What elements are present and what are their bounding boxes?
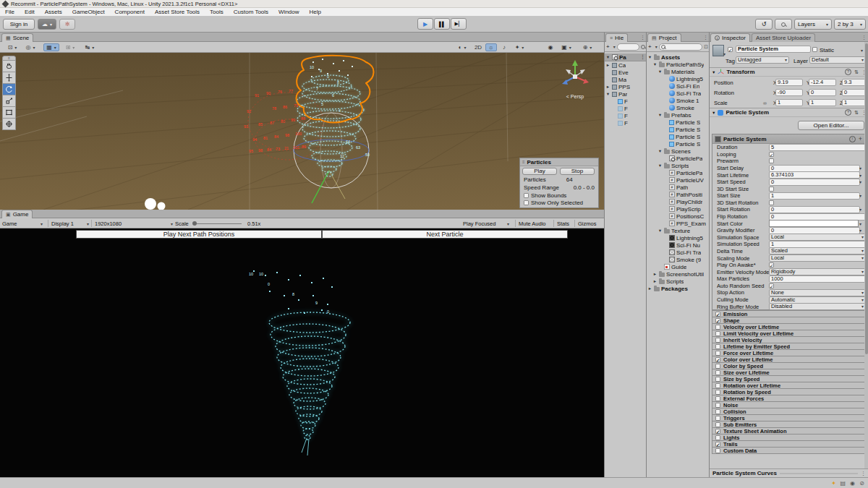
project-row[interactable]: Guide: [647, 263, 709, 270]
menu-gameobject[interactable]: GameObject: [67, 9, 110, 15]
expand-arrow[interactable]: ▼: [605, 92, 610, 96]
3d-start-rotation-checkbox[interactable]: [769, 200, 774, 205]
project-row[interactable]: Particle S: [647, 126, 709, 133]
scale-tool-button[interactable]: [2, 95, 16, 107]
module-checkbox[interactable]: [715, 409, 720, 414]
layers-dropdown[interactable]: Layers▾: [794, 19, 832, 30]
expand-arrow[interactable]: ►: [647, 286, 652, 291]
project-row[interactable]: ParticleUV: [647, 176, 709, 184]
3d-start-size-checkbox[interactable]: [769, 187, 774, 192]
project-create-button[interactable]: +: [648, 43, 652, 50]
show-only-selected-checkbox[interactable]: [524, 200, 529, 205]
simulation-space-dropdown[interactable]: Local▾: [769, 234, 866, 241]
max-particles-field[interactable]: 1000: [769, 275, 866, 283]
gameobject-name-field[interactable]: Particle System: [736, 46, 811, 53]
emitter-velocity-mode-dropdown[interactable]: Rigidbody▾: [769, 268, 866, 275]
module-custom-data[interactable]: Custom Data: [712, 447, 865, 454]
hierarchy-row[interactable]: ►PPS: [605, 83, 646, 90]
open-editor-button[interactable]: Open Editor...: [798, 121, 864, 130]
collab-button[interactable]: ✻: [59, 19, 75, 30]
pause-button[interactable]: ▌▌: [434, 18, 450, 30]
sign-in-button[interactable]: Sign in: [3, 19, 35, 30]
particle-system-header[interactable]: ▼ Particle System ?⇅⋮: [710, 108, 868, 117]
project-row[interactable]: PPS_Exam: [647, 220, 709, 227]
presets-icon[interactable]: ⇅: [854, 69, 859, 75]
module-checkbox[interactable]: [715, 390, 720, 395]
step-button[interactable]: ▶▏: [451, 18, 467, 30]
project-row[interactable]: Sci-Fi En: [647, 82, 709, 90]
tab-hierarchy[interactable]: ≡ Hie: [605, 33, 628, 42]
layer-dropdown[interactable]: Default▾: [809, 56, 866, 64]
position-x-field[interactable]: 9.19: [775, 79, 803, 86]
module-checkbox[interactable]: [715, 435, 720, 440]
scene-audio-toggle[interactable]: ♪: [498, 43, 510, 51]
expand-arrow[interactable]: ▼: [658, 163, 663, 168]
project-row[interactable]: ▼Materials: [647, 68, 709, 75]
simulation-speed-field[interactable]: 1: [769, 241, 866, 248]
gameobject-icon[interactable]: [712, 45, 724, 56]
chevron-down-icon[interactable]: ▾: [859, 207, 861, 212]
cloud-button[interactable]: ☁▾: [38, 19, 56, 30]
module-checkbox[interactable]: [715, 448, 720, 453]
expand-arrow[interactable]: ▼: [658, 113, 663, 117]
progress-icon[interactable]: ⊘: [859, 480, 864, 487]
module-checkbox[interactable]: [715, 331, 720, 336]
prewarm-checkbox[interactable]: [769, 158, 774, 163]
project-row[interactable]: ▼Texture: [647, 227, 709, 234]
expand-arrow[interactable]: ▼: [652, 62, 658, 67]
project-row[interactable]: Lightning5: [647, 234, 709, 241]
hand-tool-button[interactable]: [2, 60, 16, 72]
services-icon[interactable]: ◉: [850, 480, 855, 487]
module-checkbox[interactable]: [715, 364, 720, 369]
tab-game[interactable]: ▣ Game: [1, 210, 33, 218]
game-view-dropdown[interactable]: Game▾: [2, 220, 43, 227]
flip-rotation-field[interactable]: 0: [769, 213, 866, 221]
resolution-dropdown[interactable]: 1920x1080▾: [91, 220, 173, 227]
start-color-swatch[interactable]: [769, 220, 859, 227]
tag-dropdown[interactable]: Untagged▾: [736, 56, 789, 64]
snap-increment-dropdown[interactable]: ⊞▾: [62, 43, 78, 51]
project-row[interactable]: ParticlePa: [647, 155, 709, 162]
module-checkbox[interactable]: [715, 351, 720, 356]
static-checkbox[interactable]: [812, 47, 817, 52]
mute-audio-toggle[interactable]: Mute Audio: [515, 220, 555, 227]
curves-bar[interactable]: Particle System Curves ⋮: [710, 468, 868, 477]
menu-file[interactable]: File: [0, 9, 20, 15]
project-row[interactable]: Particle S: [647, 133, 709, 140]
scene-orientation-gizmo[interactable]: [557, 57, 593, 93]
ring-buffer-mode-dropdown[interactable]: Disabled▾: [769, 303, 866, 310]
projection-label[interactable]: < Persp: [557, 94, 593, 99]
hierarchy-search-input[interactable]: [617, 43, 639, 51]
2d-toggle[interactable]: 2D: [472, 43, 484, 51]
chevron-down-icon[interactable]: ▾: [859, 166, 861, 171]
chevron-down-icon[interactable]: ▾: [859, 228, 861, 233]
game-gizmos-dropdown[interactable]: Gizmos▾: [574, 220, 604, 227]
module-checkbox[interactable]: [715, 344, 720, 349]
grid-snap-toggle[interactable]: ▦▾: [43, 43, 59, 51]
ps-presets-icon[interactable]: ⇅: [854, 110, 859, 116]
tab-project[interactable]: ▤ Project: [647, 33, 681, 42]
project-row[interactable]: Smoke: [647, 104, 709, 111]
curves-splitter[interactable]: [780, 473, 858, 474]
start-rotation-field[interactable]: 0: [769, 206, 860, 213]
start-speed-field[interactable]: 0: [769, 179, 860, 186]
scale-x-field[interactable]: 1: [775, 99, 803, 106]
rotate-tool-button[interactable]: [2, 83, 16, 95]
expand-arrow[interactable]: ▼: [658, 149, 663, 153]
chevron-down-icon[interactable]: ▾: [859, 179, 861, 184]
stats-toggle[interactable]: Stats: [553, 220, 576, 227]
hierarchy-menu-icon[interactable]: ⋮: [640, 35, 645, 40]
particles-stop-button[interactable]: Stop: [560, 168, 595, 175]
project-row[interactable]: PathPositi: [647, 191, 709, 198]
tool-handle-dropdown[interactable]: ⊡▾: [4, 43, 20, 51]
stop-action-dropdown[interactable]: None▾: [769, 289, 866, 296]
module-checkbox[interactable]: [715, 383, 720, 388]
duration-field[interactable]: 5: [769, 144, 866, 151]
play-on-awake--checkbox[interactable]: ✓: [769, 262, 774, 267]
menu-window[interactable]: Window: [273, 9, 304, 15]
module-checkbox[interactable]: [715, 422, 720, 427]
project-row[interactable]: ▼Scripts: [647, 162, 709, 169]
transform-tool-button[interactable]: [2, 118, 16, 130]
project-row[interactable]: PlayChildr: [647, 198, 709, 205]
project-row[interactable]: ▼Prefabs: [647, 111, 709, 119]
